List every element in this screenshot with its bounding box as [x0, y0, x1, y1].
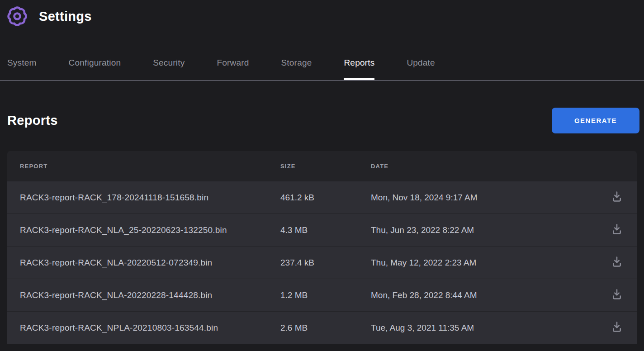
table-row: RACK3-report-RACK_NLA-20220512-072349.bi…	[7, 246, 637, 279]
report-date: Thu, Jun 23, 2022 8:22 AM	[371, 225, 601, 235]
report-size: 461.2 kB	[280, 193, 371, 203]
table-header-row: REPORT SIZE DATE	[7, 151, 637, 181]
tab-item[interactable]: Configuration	[69, 58, 121, 80]
download-icon	[610, 288, 624, 303]
download-button[interactable]	[608, 189, 626, 207]
table-row: RACK3-report-RACK_NPLA-20210803-163544.b…	[7, 311, 637, 344]
report-size: 4.3 MB	[280, 225, 371, 235]
report-date: Mon, Nov 18, 2024 9:17 AM	[371, 193, 601, 203]
report-filename: RACK3-report-RACK_178-20241118-151658.bi…	[20, 193, 280, 203]
download-icon	[610, 190, 624, 205]
report-date: Mon, Feb 28, 2022 8:44 AM	[371, 290, 601, 300]
report-size: 2.6 MB	[280, 323, 371, 333]
tab-item[interactable]: Storage	[281, 58, 312, 80]
tab-item[interactable]: Update	[407, 58, 435, 80]
generate-button[interactable]: GENERATE	[552, 108, 639, 133]
download-icon	[610, 255, 624, 270]
tab-label: Security	[153, 58, 185, 67]
download-button[interactable]	[608, 254, 626, 272]
column-header-report: REPORT	[20, 163, 280, 170]
report-filename: RACK3-report-RACK_NLA_25-20220623-132250…	[20, 225, 280, 235]
download-icon	[610, 223, 624, 237]
table-row: RACK3-report-RACK_NLA-20220228-144428.bi…	[7, 279, 637, 311]
tab-item[interactable]: Security	[153, 58, 185, 80]
report-filename: RACK3-report-RACK_NLA-20220512-072349.bi…	[20, 258, 280, 268]
tab-item[interactable]: Forward	[217, 58, 249, 80]
gear-icon	[6, 5, 28, 27]
download-button[interactable]	[608, 221, 626, 239]
report-filename: RACK3-report-RACK_NPLA-20210803-163544.b…	[20, 323, 280, 333]
tab-item[interactable]: Reports	[344, 58, 374, 80]
download-icon	[610, 320, 624, 335]
settings-tab-bar: System Configuration Security Forward St…	[0, 58, 644, 81]
tab-label: Update	[407, 58, 435, 67]
app-header: Settings	[0, 0, 644, 28]
report-date: Thu, May 12, 2022 2:23 AM	[371, 258, 601, 268]
tab-label: Reports	[344, 58, 374, 67]
reports-table: REPORT SIZE DATE RACK3-report-RACK_178-2…	[7, 151, 637, 344]
report-size: 1.2 MB	[280, 290, 371, 300]
report-size: 237.4 kB	[280, 258, 371, 268]
tab-label: System	[7, 58, 37, 67]
tab-label: Storage	[281, 58, 312, 67]
table-body: RACK3-report-RACK_178-20241118-151658.bi…	[7, 181, 637, 344]
section-title: Reports	[7, 113, 58, 128]
reports-section-head: Reports GENERATE	[7, 108, 639, 133]
tab-label: Configuration	[69, 58, 121, 67]
table-row: RACK3-report-RACK_178-20241118-151658.bi…	[7, 181, 637, 213]
report-date: Tue, Aug 3, 2021 11:35 AM	[371, 323, 601, 333]
download-button[interactable]	[608, 286, 626, 304]
column-header-date: DATE	[371, 163, 601, 170]
tab-item[interactable]: System	[7, 58, 37, 80]
column-header-size: SIZE	[280, 163, 371, 170]
download-button[interactable]	[608, 319, 626, 337]
table-row: RACK3-report-RACK_NLA_25-20220623-132250…	[7, 213, 637, 246]
tab-label: Forward	[217, 58, 249, 67]
report-filename: RACK3-report-RACK_NLA-20220228-144428.bi…	[20, 290, 280, 300]
page-title: Settings	[39, 9, 92, 24]
